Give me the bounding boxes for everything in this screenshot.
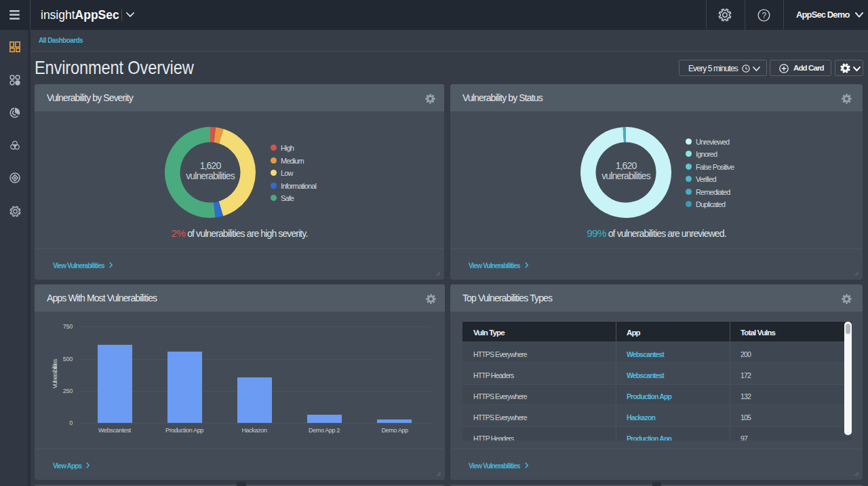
svg-text:?: ?	[762, 11, 767, 20]
